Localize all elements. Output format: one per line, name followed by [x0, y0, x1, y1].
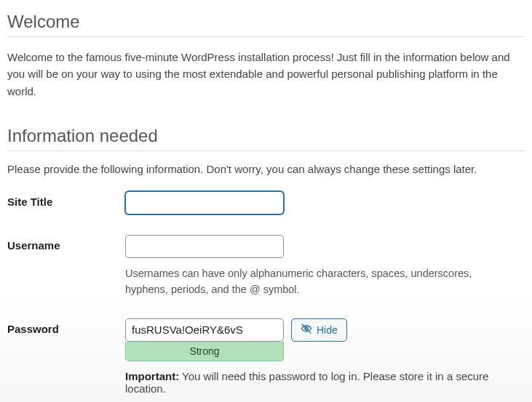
info-subtext: Please provide the following information…	[7, 163, 525, 175]
welcome-intro-text: Welcome to the famous five-minute WordPr…	[7, 49, 525, 100]
username-input[interactable]	[125, 235, 284, 258]
username-hint: Usernames can have only alphanumeric cha…	[125, 265, 504, 298]
hide-button-label: Hide	[317, 324, 338, 336]
password-label: Password	[7, 318, 125, 335]
site-title-input[interactable]	[125, 191, 284, 214]
password-strength-indicator: Strong	[125, 342, 284, 361]
password-input[interactable]	[125, 318, 284, 342]
important-label: Important:	[125, 370, 179, 382]
hide-password-button[interactable]: Hide	[291, 318, 347, 342]
password-important-note: Important: You will need this password t…	[125, 370, 525, 395]
information-needed-heading: Information needed	[7, 120, 525, 151]
site-title-label: Site Title	[7, 191, 125, 208]
username-row: Username Usernames can have only alphanu…	[7, 235, 525, 298]
site-title-row: Site Title	[7, 191, 525, 214]
important-text: You will need this password to log in. P…	[125, 370, 488, 395]
password-row: Password Strong Hide Important: You will…	[7, 318, 525, 395]
welcome-heading: Welcome	[7, 6, 525, 37]
username-label: Username	[7, 235, 125, 252]
eye-slash-icon	[301, 323, 312, 337]
